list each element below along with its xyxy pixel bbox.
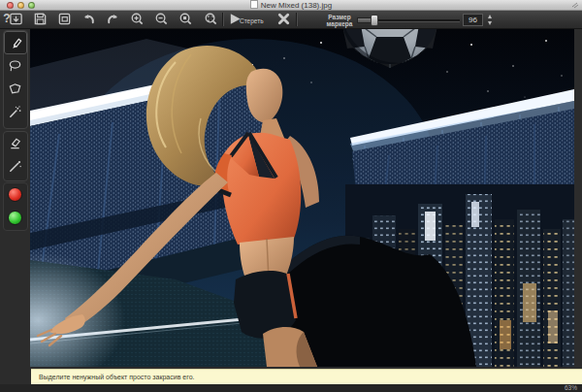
zoom-in-icon (130, 12, 145, 26)
workspace (0, 29, 582, 369)
marker-size-label: Размер маркера (322, 14, 357, 27)
tool-red-marker[interactable] (4, 183, 27, 207)
tool-polygon-lasso[interactable] (4, 78, 27, 101)
copy-icon (57, 12, 72, 26)
redo-icon (106, 12, 120, 26)
marker-size-stepper (486, 14, 495, 26)
window-title: New Mixed (138).jpg (0, 0, 582, 11)
photo-canvas[interactable] (30, 29, 574, 367)
undo-button[interactable] (80, 12, 97, 27)
marker-size-input[interactable] (463, 14, 483, 26)
hint-text: Выделите ненужный объект просто закрасив… (39, 374, 194, 380)
document-icon (250, 0, 258, 9)
zoom-out-icon (154, 12, 169, 26)
stepper-up-icon[interactable] (486, 14, 495, 19)
tool-magic-wand[interactable] (4, 101, 27, 124)
polygon-lasso-icon (8, 82, 22, 96)
copy-button[interactable] (55, 12, 73, 27)
save-icon (33, 12, 48, 26)
bottom-bar: 63% (0, 384, 582, 392)
line-icon (8, 159, 22, 174)
marker-size-slider[interactable] (357, 15, 460, 26)
marker-icon (9, 36, 23, 50)
red-marker-icon (8, 187, 22, 202)
undo-icon (81, 12, 96, 26)
selection-tool-group (3, 30, 28, 129)
redo-button[interactable] (104, 12, 121, 27)
zoom-actual-icon (178, 12, 193, 26)
open-button[interactable] (7, 12, 24, 27)
toolbar-separator (296, 13, 297, 26)
cancel-button[interactable] (275, 12, 292, 27)
zoom-fit-icon (204, 12, 218, 26)
stepper-down-icon[interactable] (486, 20, 495, 26)
cancel-icon (276, 12, 291, 26)
resize-grip-icon[interactable] (571, 2, 579, 9)
titlebar[interactable]: New Mixed (138).jpg (0, 0, 582, 11)
zoom-actual-button[interactable] (177, 12, 194, 27)
tool-line[interactable] (4, 155, 27, 179)
photo-illustration (30, 29, 574, 367)
zoom-percent: 63% (565, 384, 577, 392)
lasso-icon (8, 58, 22, 73)
zoom-out-button[interactable] (152, 12, 170, 27)
green-marker-icon (8, 211, 22, 225)
magic-wand-icon (8, 105, 22, 119)
save-button[interactable] (31, 12, 48, 27)
toolbar-separator (222, 13, 223, 26)
main-toolbar: Стереть ? Размер маркера (0, 11, 582, 29)
zoom-in-button[interactable] (128, 12, 146, 27)
hint-bar: Выделите ненужный объект просто закрасив… (31, 369, 582, 384)
slider-handle[interactable] (371, 15, 378, 26)
tool-lasso[interactable] (4, 54, 27, 78)
color-tool-group (3, 182, 28, 231)
zoom-fit-button[interactable] (202, 12, 219, 27)
tool-marker[interactable] (4, 31, 27, 54)
eraser-icon (8, 136, 22, 150)
edit-tool-group (3, 131, 28, 181)
tool-eraser[interactable] (4, 132, 27, 155)
open-icon (9, 12, 23, 26)
app-window: New Mixed (138).jpg (0, 0, 582, 392)
tool-green-marker[interactable] (4, 207, 27, 230)
erase-label[interactable]: Стереть (240, 17, 264, 24)
